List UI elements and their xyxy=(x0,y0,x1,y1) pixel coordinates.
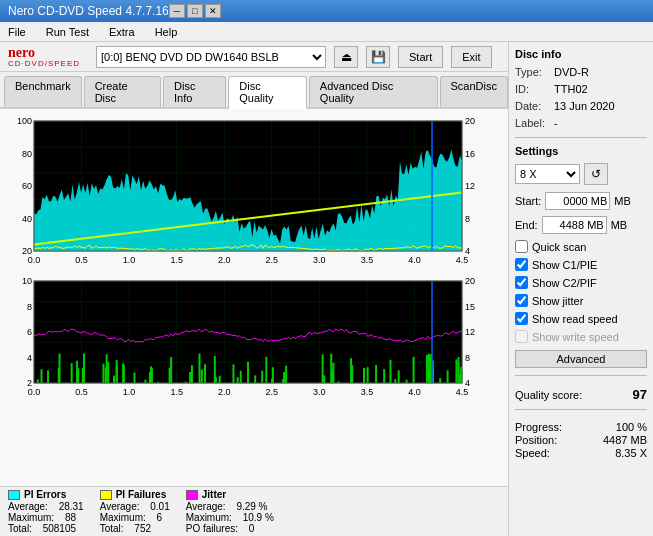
disc-info-title: Disc info xyxy=(515,48,647,60)
show-write-speed-row: Show write speed xyxy=(515,330,647,343)
chart-area xyxy=(0,109,508,486)
speed-row: Speed: 8.35 X xyxy=(515,447,647,459)
toolbar: nero CD·DVD/SPEED [0:0] BENQ DVD DD DW16… xyxy=(0,42,508,72)
close-button[interactable]: ✕ xyxy=(205,4,221,18)
end-row: End: MB xyxy=(515,216,647,234)
tab-disc-quality[interactable]: Disc Quality xyxy=(228,76,307,109)
tab-create-disc[interactable]: Create Disc xyxy=(84,76,161,107)
menu-help[interactable]: Help xyxy=(151,24,182,40)
pi-failures-color xyxy=(100,490,112,500)
title-bar: Nero CD-DVD Speed 4.7.7.16 ─ □ ✕ xyxy=(0,0,653,22)
top-chart xyxy=(4,113,492,273)
tab-advanced-disc-quality[interactable]: Advanced Disc Quality xyxy=(309,76,438,107)
start-row: Start: MB xyxy=(515,192,647,210)
minimize-button[interactable]: ─ xyxy=(169,4,185,18)
menu-run-test[interactable]: Run Test xyxy=(42,24,93,40)
advanced-button[interactable]: Advanced xyxy=(515,350,647,368)
show-write-speed-checkbox xyxy=(515,330,528,343)
show-c1pie-checkbox[interactable] xyxy=(515,258,528,271)
speed-select[interactable]: 8 X 4 X Max xyxy=(515,164,580,184)
left-panel: nero CD·DVD/SPEED [0:0] BENQ DVD DD DW16… xyxy=(0,42,508,536)
tabs: Benchmark Create Disc Disc Info Disc Qua… xyxy=(0,72,508,109)
speed-setting-row: 8 X 4 X Max ↺ xyxy=(515,163,647,185)
bottom-chart xyxy=(4,275,492,405)
pi-errors-color xyxy=(8,490,20,500)
show-read-speed-row: Show read speed xyxy=(515,312,647,325)
nero-logo-subtitle: CD·DVD/SPEED xyxy=(8,60,80,68)
position-row: Position: 4487 MB xyxy=(515,434,647,446)
legend-pi-failures: PI Failures Average: 0.01 Maximum: 6 Tot… xyxy=(100,489,170,534)
pi-failures-label: PI Failures xyxy=(116,489,167,500)
progress-section: Progress: 100 % Position: 4487 MB Speed:… xyxy=(515,421,647,460)
right-panel: Disc info Type: DVD-R ID: TTH02 Date: 13… xyxy=(508,42,653,536)
save-icon[interactable]: 💾 xyxy=(366,46,390,68)
menu-extra[interactable]: Extra xyxy=(105,24,139,40)
nero-logo-text: nero xyxy=(8,46,80,60)
jitter-color xyxy=(186,490,198,500)
disc-date-row: Date: 13 Jun 2020 xyxy=(515,100,647,112)
disc-id-row: ID: TTH02 xyxy=(515,83,647,95)
quality-score-row: Quality score: 97 xyxy=(515,387,647,402)
tab-scan-disc[interactable]: ScanDisc xyxy=(440,76,508,107)
start-input[interactable] xyxy=(545,192,610,210)
menu-file[interactable]: File xyxy=(4,24,30,40)
quick-scan-checkbox[interactable] xyxy=(515,240,528,253)
app-title: Nero CD-DVD Speed 4.7.7.16 xyxy=(8,4,169,18)
divider-2 xyxy=(515,375,647,376)
tab-disc-info[interactable]: Disc Info xyxy=(163,76,226,107)
divider-3 xyxy=(515,409,647,410)
tab-benchmark[interactable]: Benchmark xyxy=(4,76,82,107)
show-jitter-row: Show jitter xyxy=(515,294,647,307)
start-button[interactable]: Start xyxy=(398,46,443,68)
show-c1pie-row: Show C1/PIE xyxy=(515,258,647,271)
eject-icon[interactable]: ⏏ xyxy=(334,46,358,68)
show-read-speed-checkbox[interactable] xyxy=(515,312,528,325)
quick-scan-row: Quick scan xyxy=(515,240,647,253)
show-jitter-checkbox[interactable] xyxy=(515,294,528,307)
menu-bar: File Run Test Extra Help xyxy=(0,22,653,42)
legend: PI Errors Average: 28.31 Maximum: 88 Tot… xyxy=(0,486,508,536)
refresh-icon[interactable]: ↺ xyxy=(584,163,608,185)
nero-logo: nero CD·DVD/SPEED xyxy=(8,46,80,68)
disc-label-row: Label: - xyxy=(515,117,647,129)
settings-title: Settings xyxy=(515,145,647,157)
show-c2pif-row: Show C2/PIF xyxy=(515,276,647,289)
pi-errors-label: PI Errors xyxy=(24,489,66,500)
drive-select[interactable]: [0:0] BENQ DVD DD DW1640 BSLB xyxy=(96,46,326,68)
progress-row: Progress: 100 % xyxy=(515,421,647,433)
jitter-label: Jitter xyxy=(202,489,226,500)
legend-pi-errors: PI Errors Average: 28.31 Maximum: 88 Tot… xyxy=(8,489,84,534)
bottom-chart-wrapper xyxy=(4,275,504,405)
exit-button[interactable]: Exit xyxy=(451,46,491,68)
show-c2pif-checkbox[interactable] xyxy=(515,276,528,289)
legend-jitter: Jitter Average: 9.29 % Maximum: 10.9 % P… xyxy=(186,489,274,534)
top-chart-wrapper xyxy=(4,113,504,273)
maximize-button[interactable]: □ xyxy=(187,4,203,18)
disc-type-row: Type: DVD-R xyxy=(515,66,647,78)
divider-1 xyxy=(515,137,647,138)
end-input[interactable] xyxy=(542,216,607,234)
